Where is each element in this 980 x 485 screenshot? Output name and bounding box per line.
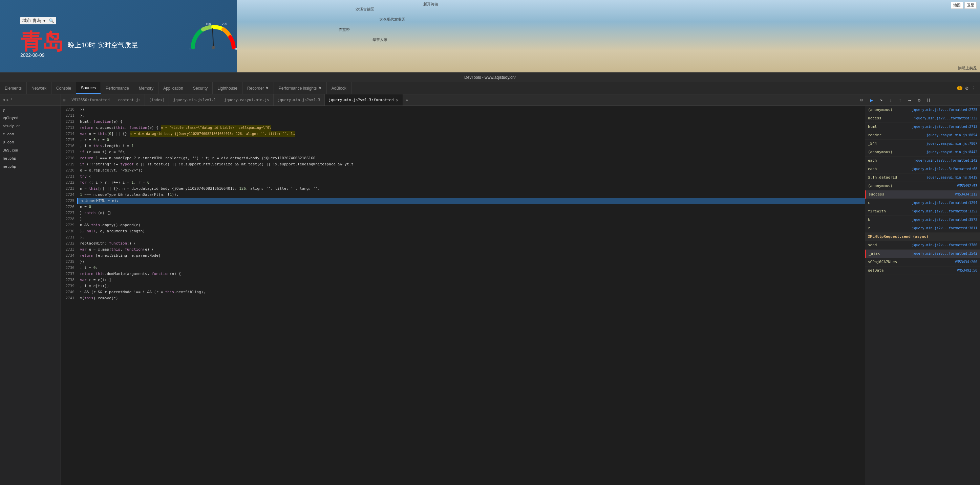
map-btn-satellite[interactable]: 卫星 [964,2,977,9]
search-icon[interactable]: 🔍 [49,18,54,23]
svg-text:100: 100 [205,22,211,26]
svg-line-0 [213,29,213,48]
gauge-widget: 0 100 200 500 [186,17,240,51]
city-dropdown-icon[interactable]: ▼ [43,19,46,23]
map-label-2: 新开河镇 [423,2,438,7]
city-time-info: 晚上10时 实时空气质量 [68,41,138,50]
map-bottom-label: 崇明上实况 [958,66,977,71]
website-banner: 空气质量在线监测分析平台 城市 青岛 ▼ 🔍 青岛 晚上10时 实时空气质量 2… [0,0,980,73]
city-selector[interactable]: 城市 青岛 ▼ 🔍 [20,17,56,24]
city-date: 2022-08-09 [20,52,45,58]
map-area: 沙溪古镇区 新开河镇 太仓现代农业园 弄堂桥 华亭人家 地图 卫星 崇明上实况 [237,0,980,72]
map-label-5: 华亭人家 [372,37,387,42]
svg-point-1 [212,46,215,49]
city-name-big: 青岛 [20,27,64,57]
map-label-4: 弄堂桥 [339,27,350,32]
map-btn-map[interactable]: 地图 [951,2,963,9]
svg-text:200: 200 [222,22,227,26]
city-value: 青岛 [32,17,41,24]
svg-text:0: 0 [189,48,191,51]
map-label-1: 沙溪古镇区 [356,7,374,12]
city-label: 城市 [22,17,31,24]
map-label-3: 太仓现代农业园 [379,17,405,22]
